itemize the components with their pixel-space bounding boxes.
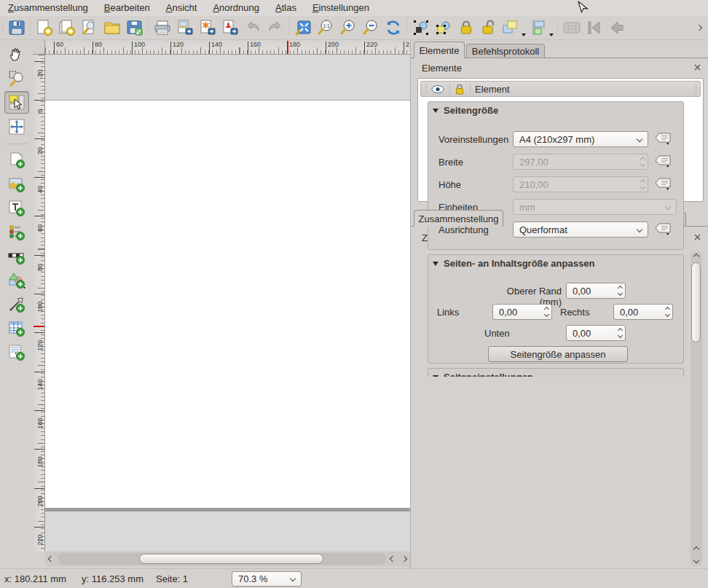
tab-zusammenstellung[interactable]: Zusammenstellung	[414, 210, 503, 227]
scroll-left-button-2[interactable]	[387, 552, 398, 565]
add-image-button[interactable]	[4, 173, 29, 195]
zoom-full-button[interactable]	[291, 17, 314, 39]
select-move-item-button[interactable]	[4, 91, 29, 114]
horizontal-scroll-track[interactable]	[58, 553, 386, 565]
page-size-group-header[interactable]: Seitengröße	[433, 105, 498, 116]
zoom-level-combo[interactable]: 70.3 %	[232, 571, 302, 587]
zoom-tool-button[interactable]	[4, 67, 29, 90]
save-as-template-button[interactable]	[123, 17, 146, 39]
add-label-button[interactable]	[4, 197, 29, 219]
add-shape-button[interactable]	[4, 269, 29, 291]
export-pdf-icon	[221, 19, 239, 36]
width-data-defined-button[interactable]	[653, 154, 673, 170]
resize-page-button[interactable]: Seitengröße anpassen	[488, 346, 628, 362]
height-data-defined-button[interactable]	[653, 176, 673, 192]
toolbar-overflow-button[interactable]	[693, 17, 705, 39]
height-spinbox[interactable]: 210,00	[513, 176, 648, 192]
redo-button[interactable]	[264, 17, 286, 39]
lock-icon	[457, 19, 475, 36]
overflow-chevron-icon	[696, 25, 702, 31]
zoom-actual-button[interactable]: 1:1	[314, 17, 337, 39]
horizontal-scrollbar[interactable]	[45, 552, 410, 566]
orientation-combo[interactable]: Querformat	[513, 222, 648, 238]
raise-items-button[interactable]	[500, 17, 527, 39]
vscroll-up-button-2[interactable]	[691, 544, 701, 554]
menu-einstellungen[interactable]: Einstellungen	[304, 0, 377, 16]
menu-atlas[interactable]: Atlas	[267, 0, 304, 16]
atlas-first-feature-button[interactable]	[583, 17, 605, 39]
zoom-out-button[interactable]	[359, 17, 382, 39]
page-indicator: Seite: 1	[156, 573, 232, 584]
add-arrow-button[interactable]	[4, 293, 29, 315]
new-composition-button[interactable]	[33, 17, 55, 39]
vertical-scroll-thumb[interactable]	[691, 262, 701, 342]
pan-tool-button[interactable]	[4, 43, 29, 66]
toolbar-handle[interactable]	[146, 20, 151, 36]
presets-combo[interactable]: A4 (210x297 mm)	[513, 131, 648, 147]
unlock-items-button[interactable]	[477, 17, 500, 39]
right-margin-spinbox[interactable]: 0,00	[613, 304, 673, 320]
export-svg-button[interactable]	[196, 17, 219, 39]
add-attribute-table-button[interactable]	[4, 317, 29, 340]
redo-icon	[267, 19, 284, 36]
move-item-content-button[interactable]	[4, 115, 29, 138]
vertical-scrollbar[interactable]	[691, 251, 702, 566]
bottom-margin-spinbox[interactable]: 0,00	[566, 325, 626, 341]
layout-canvas[interactable]	[45, 55, 410, 552]
data-defined-icon	[654, 132, 672, 146]
zoom-in-button[interactable]	[337, 17, 359, 39]
toolbar-handle[interactable]	[555, 20, 560, 36]
save-button[interactable]	[5, 17, 28, 39]
tab-befehlsprotokoll[interactable]: Befehlsprotokoll	[466, 44, 545, 58]
export-image-button[interactable]	[173, 17, 196, 39]
scroll-left-button[interactable]	[45, 552, 57, 565]
duplicate-composition-button[interactable]	[55, 17, 78, 39]
units-combo[interactable]: mm	[513, 199, 677, 215]
scroll-right-button[interactable]	[398, 552, 410, 565]
toolbar-handle[interactable]	[286, 20, 291, 36]
add-scalebar-button[interactable]	[4, 245, 29, 267]
atlas-previous-feature-button[interactable]	[605, 17, 628, 39]
tab-elemente[interactable]: Elemente	[414, 42, 465, 58]
menu-anordnung[interactable]: Anordnung	[205, 0, 267, 16]
width-spinbox[interactable]: 297,00	[513, 154, 648, 170]
export-pdf-button[interactable]	[219, 17, 241, 39]
menu-bearbeiten[interactable]: Bearbeiten	[96, 0, 158, 16]
print-button[interactable]	[151, 17, 173, 39]
resize-group-header[interactable]: Seiten- an Inhaltsgröße anpassen	[433, 258, 594, 269]
refresh-button[interactable]	[382, 17, 404, 39]
align-items-button[interactable]	[527, 17, 555, 39]
zoom-select-icon	[8, 70, 25, 87]
lock-items-button[interactable]	[455, 17, 477, 39]
toolbar-handle[interactable]	[0, 20, 5, 36]
menu-zusammenstellung[interactable]: Zusammenstellung	[0, 0, 96, 16]
open-button[interactable]	[101, 17, 123, 39]
move-content-icon	[8, 118, 25, 136]
group-items-button[interactable]	[409, 17, 432, 39]
add-table-icon	[8, 320, 25, 337]
add-html-frame-button[interactable]	[4, 341, 29, 364]
left-margin-spinbox[interactable]: 0,00	[492, 304, 552, 320]
data-defined-icon	[654, 177, 672, 192]
composition-panel-close-button[interactable]	[692, 232, 702, 242]
composition-page[interactable]	[45, 100, 410, 508]
composer-manager-button[interactable]	[78, 17, 101, 39]
page-settings-group-header[interactable]: Seiteneinstellungen	[433, 372, 533, 377]
ungroup-items-button[interactable]	[432, 17, 455, 39]
menu-ansicht[interactable]: Ansicht	[158, 0, 205, 16]
vscroll-up-button[interactable]	[691, 251, 701, 261]
top-margin-spinbox[interactable]: 0,00	[566, 283, 626, 299]
elements-panel-close-button[interactable]	[692, 62, 702, 72]
select-move-icon	[8, 94, 25, 111]
vscroll-down-button[interactable]	[691, 555, 701, 565]
add-legend-button[interactable]	[4, 221, 29, 243]
atlas-settings-button[interactable]	[560, 17, 583, 39]
new-composition-icon	[36, 19, 53, 36]
orientation-data-defined-button[interactable]	[653, 222, 673, 238]
undo-button[interactable]	[241, 17, 264, 39]
toolbar-handle[interactable]	[28, 20, 33, 36]
presets-data-defined-button[interactable]	[653, 131, 673, 147]
add-new-map-button[interactable]	[4, 149, 29, 171]
toolbar-handle[interactable]	[404, 20, 409, 36]
horizontal-scroll-thumb[interactable]	[139, 554, 323, 564]
